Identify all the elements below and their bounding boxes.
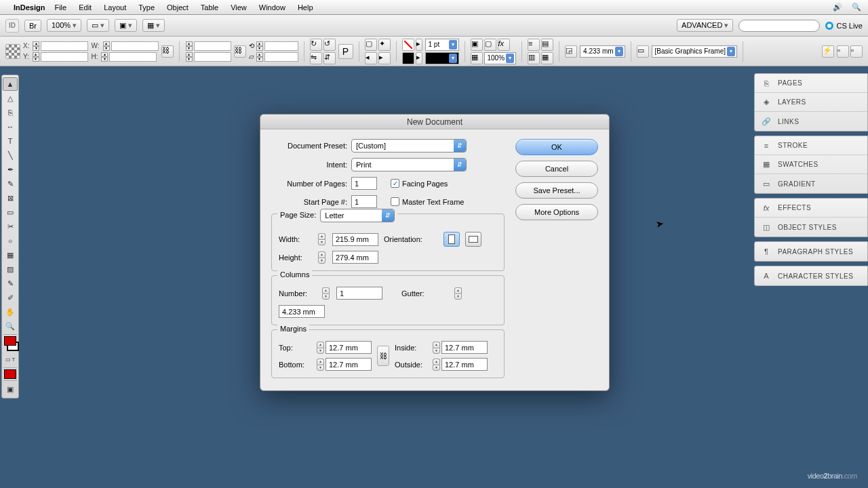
menu-file[interactable]: File bbox=[54, 3, 66, 12]
select-content-icon[interactable]: ✦ bbox=[378, 39, 391, 51]
margin-top-input[interactable] bbox=[326, 341, 372, 354]
panel-links[interactable]: 🔗LINKS bbox=[755, 112, 867, 131]
y-spinner[interactable]: ▴▾ bbox=[33, 52, 39, 62]
h-input[interactable] bbox=[109, 52, 157, 62]
scale-y-input[interactable] bbox=[194, 52, 231, 62]
select-next-icon[interactable]: ▸ bbox=[378, 52, 391, 64]
corner-size-dropdown[interactable]: 4.233 mm bbox=[580, 45, 625, 58]
scale-y-spinner[interactable]: ▴▾ bbox=[186, 52, 193, 62]
width-spinner[interactable]: ▴▾ bbox=[318, 233, 326, 245]
opacity-dropdown[interactable]: 100% bbox=[484, 52, 517, 64]
master-text-frame-checkbox[interactable]: Master Text Frame bbox=[391, 197, 465, 206]
stroke-swatch[interactable] bbox=[402, 52, 414, 64]
panel-character-styles[interactable]: ACHARACTER STYLES bbox=[755, 266, 867, 285]
fit-content-icon[interactable]: ▣ bbox=[471, 39, 483, 51]
facing-pages-checkbox[interactable]: ✓Facing Pages bbox=[391, 179, 448, 188]
panel-paragraph-styles[interactable]: ¶PARAGRAPH STYLES bbox=[755, 242, 867, 261]
menu-layout[interactable]: Layout bbox=[104, 3, 126, 12]
gutter-spinner[interactable]: ▴▾ bbox=[454, 287, 462, 300]
fill-arrow-icon[interactable]: ▸ bbox=[416, 39, 422, 51]
app-name[interactable]: InDesign bbox=[14, 3, 45, 12]
w-input[interactable] bbox=[111, 41, 159, 51]
rotate-input[interactable] bbox=[264, 41, 298, 51]
zoom-dropdown[interactable]: 100% bbox=[47, 19, 81, 32]
fill-color-swatch[interactable] bbox=[4, 336, 16, 346]
height-spinner[interactable]: ▴▾ bbox=[318, 251, 326, 264]
h-spinner[interactable]: ▴▾ bbox=[101, 52, 108, 62]
misc-icon-2[interactable]: ▫ bbox=[850, 45, 863, 58]
scissors-tool[interactable]: ✂ bbox=[3, 220, 18, 233]
pen-tool[interactable]: ✒ bbox=[3, 163, 18, 176]
panel-object-styles[interactable]: ◫OBJECT STYLES bbox=[755, 218, 867, 237]
panel-swatches[interactable]: ▦SWATCHES bbox=[755, 155, 867, 174]
height-input[interactable] bbox=[332, 251, 378, 264]
start-page-input[interactable] bbox=[351, 195, 377, 208]
rectangle-tool[interactable]: ▭ bbox=[3, 205, 18, 219]
volume-icon[interactable]: 🔊 bbox=[833, 3, 842, 12]
x-input[interactable] bbox=[41, 41, 88, 51]
reference-point-icon[interactable] bbox=[5, 44, 20, 59]
margin-outside-input[interactable] bbox=[441, 358, 488, 371]
number-of-pages-input[interactable] bbox=[351, 177, 377, 190]
gradient-swatch-tool[interactable]: ▦ bbox=[3, 248, 18, 262]
misc-icon-1[interactable]: ▫ bbox=[837, 45, 849, 58]
margin-outside-spinner[interactable]: ▴▾ bbox=[433, 359, 440, 371]
w-spinner[interactable]: ▴▾ bbox=[103, 41, 110, 51]
document-preset-dropdown[interactable]: [Custom] bbox=[351, 139, 467, 152]
intent-dropdown[interactable]: Print bbox=[351, 158, 467, 171]
stroke-style-dropdown[interactable] bbox=[425, 52, 459, 64]
rectangle-frame-tool[interactable]: ⊠ bbox=[3, 191, 18, 205]
wrap-bound-icon[interactable]: ▤ bbox=[541, 39, 553, 51]
hand-tool[interactable]: ✋ bbox=[3, 305, 18, 319]
gradient-feather-tool[interactable]: ▨ bbox=[3, 262, 18, 276]
margin-inside-spinner[interactable]: ▴▾ bbox=[433, 342, 440, 354]
object-style-dropdown[interactable]: [Basic Graphics Frame] bbox=[652, 45, 737, 58]
more-options-button[interactable]: More Options bbox=[515, 204, 598, 220]
col-number-input[interactable] bbox=[336, 287, 382, 300]
select-prev-icon[interactable]: ◂ bbox=[365, 52, 377, 64]
margin-top-spinner[interactable]: ▴▾ bbox=[317, 342, 324, 354]
apply-color-icon[interactable] bbox=[4, 369, 16, 379]
margin-bottom-input[interactable] bbox=[326, 358, 372, 371]
spotlight-icon[interactable]: 🔍 bbox=[852, 3, 861, 12]
workspace-dropdown[interactable]: ADVANCED bbox=[677, 19, 733, 32]
page-tool[interactable]: ⎘ bbox=[3, 106, 18, 119]
effects-icon[interactable]: fx bbox=[498, 39, 510, 51]
object-style-icon[interactable]: ▭ bbox=[637, 45, 649, 58]
fill-swatch[interactable] bbox=[402, 39, 414, 51]
format-container-icon[interactable]: ▭ T bbox=[3, 352, 18, 366]
margin-inside-input[interactable] bbox=[441, 341, 488, 354]
wrap-jump-icon[interactable]: ▦ bbox=[541, 52, 553, 64]
quick-apply-icon[interactable]: ⚡ bbox=[822, 45, 834, 58]
menu-window[interactable]: Window bbox=[259, 3, 285, 12]
stroke-weight-dropdown[interactable]: 1 pt bbox=[425, 39, 459, 51]
pencil-tool[interactable]: ✎ bbox=[3, 177, 18, 190]
auto-fit-icon[interactable]: ▦ bbox=[471, 52, 483, 64]
shear-input[interactable] bbox=[264, 52, 298, 62]
view-options-dropdown[interactable]: ▭ bbox=[87, 19, 109, 32]
arrange-dropdown[interactable]: ▦ bbox=[142, 19, 165, 32]
note-tool[interactable]: ✎ bbox=[3, 277, 18, 290]
scale-x-spinner[interactable]: ▴▾ bbox=[186, 41, 193, 51]
corner-shape-icon[interactable]: ◲ bbox=[565, 45, 577, 58]
panel-layers[interactable]: ◈LAYERS bbox=[755, 93, 867, 112]
panel-pages[interactable]: ⎘PAGES bbox=[755, 74, 867, 93]
view-mode-icon[interactable]: ▣ bbox=[3, 382, 18, 396]
zoom-tool[interactable]: 🔍 bbox=[3, 319, 18, 333]
orientation-portrait-button[interactable] bbox=[443, 232, 460, 247]
page-size-dropdown[interactable]: Letter bbox=[320, 209, 395, 222]
ok-button[interactable]: OK bbox=[515, 139, 598, 155]
menu-table[interactable]: Table bbox=[201, 3, 218, 12]
link-margins-button[interactable]: ⛓ bbox=[377, 346, 389, 366]
panel-effects[interactable]: fxEFFECTS bbox=[755, 199, 867, 218]
stroke-arrow-icon[interactable]: ▸ bbox=[416, 52, 422, 64]
menu-edit[interactable]: Edit bbox=[79, 3, 92, 12]
line-tool[interactable]: ╲ bbox=[3, 148, 18, 162]
panel-stroke[interactable]: ≡STROKE bbox=[755, 136, 867, 155]
shear-spinner[interactable]: ▴▾ bbox=[256, 52, 263, 62]
panel-gradient[interactable]: ▭GRADIENT bbox=[755, 174, 867, 193]
save-preset-button[interactable]: Save Preset... bbox=[515, 182, 598, 199]
cancel-button[interactable]: Cancel bbox=[515, 161, 598, 177]
width-input[interactable] bbox=[332, 233, 378, 246]
wrap-none-icon[interactable]: ≡ bbox=[528, 39, 540, 51]
